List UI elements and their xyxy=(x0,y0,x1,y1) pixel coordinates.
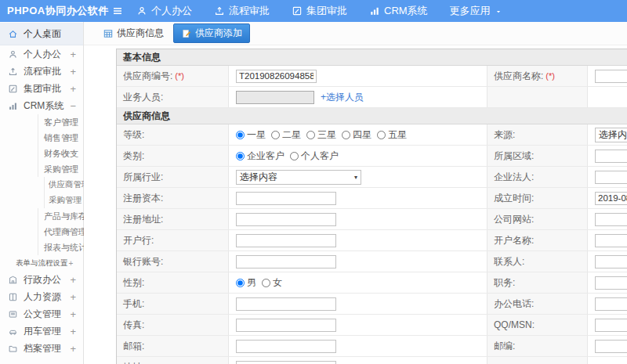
source-select[interactable]: 选择内容▾ xyxy=(595,128,627,142)
form-label: 开户名称: xyxy=(494,234,534,247)
expand-plus-icon[interactable]: + xyxy=(65,226,71,237)
nav-item-group-approval[interactable]: 集团审批 xyxy=(292,4,347,18)
qq-msn-input[interactable] xyxy=(595,319,627,332)
industry-select[interactable]: 选择内容▾ xyxy=(236,170,361,185)
expand-plus-icon[interactable]: + xyxy=(70,274,76,286)
sidebar-item-personal-desktop[interactable]: 个人桌面 xyxy=(0,23,83,45)
expand-plus-icon[interactable]: + xyxy=(65,211,71,222)
expand-plus-icon[interactable]: + xyxy=(65,117,71,128)
expand-plus-icon[interactable]: + xyxy=(70,308,76,320)
form-value-cell xyxy=(229,251,487,272)
choose-person-link[interactable]: +选择人员 xyxy=(321,91,364,104)
address-input[interactable] xyxy=(236,361,336,364)
bank-input[interactable] xyxy=(236,234,336,247)
form-value-cell xyxy=(588,209,627,229)
level-radio-2[interactable]: 三星 xyxy=(306,128,336,142)
sidebar-item-archive-mgmt[interactable]: 档案管理+ xyxy=(0,340,83,357)
sidebar-item-crm-system[interactable]: CRM系统− xyxy=(0,97,83,114)
sidebar-item-document-mgmt[interactable]: 公文管理+ xyxy=(0,305,83,323)
office-phone-input[interactable] xyxy=(595,297,627,311)
form-label-cell: 性别: xyxy=(117,272,229,293)
collapse-minus-icon[interactable]: − xyxy=(70,100,76,112)
category-radio-1[interactable]: 个人客户 xyxy=(290,150,339,163)
form-label-cell: 联系人: xyxy=(487,251,588,272)
sidebar-item-agent-mgmt[interactable]: 代理商管理+ xyxy=(0,224,83,240)
supplier-code-input[interactable] xyxy=(236,70,317,83)
form-label: 联系人: xyxy=(494,255,524,268)
level-radio-1[interactable]: 二星 xyxy=(271,128,301,142)
bank-account-input[interactable] xyxy=(236,255,336,268)
sidebar-item-customer-mgmt[interactable]: 客户管理+ xyxy=(0,114,83,130)
hamburger-icon[interactable] xyxy=(111,5,124,17)
expand-plus-icon[interactable]: + xyxy=(70,343,76,355)
sidebar-item-purchasing[interactable]: 采购管理 xyxy=(0,193,83,208)
sidebar-item-workflow-approval[interactable]: 流程审批+ xyxy=(0,63,83,80)
registered-address-input[interactable] xyxy=(236,213,336,226)
level-radio-input[interactable] xyxy=(306,131,315,139)
sidebar-item-supplier-mgmt[interactable]: 供应商管理 xyxy=(0,177,83,193)
tab-supplier-info[interactable]: 供应商信息 xyxy=(103,27,164,40)
nav-item-personal-office[interactable]: 个人办公 xyxy=(136,4,192,18)
form-value-cell: 选择内容▾ xyxy=(229,167,487,187)
sidebar-item-purchase-mgmt[interactable]: 采购管理− xyxy=(0,161,83,177)
form-label: 供应商编号: xyxy=(123,70,172,83)
sidebar-item-human-resources[interactable]: 人力资源+ xyxy=(0,288,83,305)
level-radio-0[interactable]: 一星 xyxy=(236,128,266,142)
sidebar-item-reports-stats[interactable]: 报表与统计 xyxy=(0,240,83,255)
account-name-input[interactable] xyxy=(595,234,627,247)
expand-plus-icon[interactable]: + xyxy=(65,148,71,159)
gender-radio-input[interactable] xyxy=(262,279,270,287)
supplier-name-input[interactable] xyxy=(595,70,627,83)
tab-supplier-add[interactable]: 供应商添加 xyxy=(173,23,250,43)
registered-capital-input[interactable] xyxy=(236,192,336,205)
sidebar-item-admin-office[interactable]: 行政办公+ xyxy=(0,271,83,288)
level-radio-input[interactable] xyxy=(377,131,386,139)
gender-radio-input[interactable] xyxy=(236,279,245,287)
category-radio-input[interactable] xyxy=(236,152,245,160)
expand-plus-icon[interactable]: + xyxy=(70,83,76,95)
expand-plus-icon[interactable]: + xyxy=(70,49,76,60)
sidebar-item-label: 客户管理 xyxy=(44,117,78,128)
email-input[interactable] xyxy=(236,340,336,353)
sidebar-item-vehicle-mgmt[interactable]: 用车管理+ xyxy=(0,323,83,340)
expand-plus-icon[interactable]: + xyxy=(69,259,74,268)
sidebar-item-group-approval[interactable]: 集团审批+ xyxy=(0,80,83,97)
position-input[interactable] xyxy=(595,276,627,290)
navbar-menu: 个人办公流程审批集团审批CRM系统更多应用 xyxy=(136,4,502,18)
sidebar-item-form-flow-settings[interactable]: 表单与流程设置+ xyxy=(0,255,83,271)
gender-radio-0[interactable]: 男 xyxy=(236,276,256,290)
table-icon xyxy=(103,28,114,39)
sidebar-item-product-inventory[interactable]: 产品与库存+ xyxy=(0,208,83,224)
form-row: 等级:一星二星三星四星五星来源:选择内容▾ xyxy=(117,124,627,146)
level-radio-input[interactable] xyxy=(342,131,350,139)
fax-input[interactable] xyxy=(236,319,336,332)
contact-person-input[interactable] xyxy=(595,255,627,268)
founding-date-input[interactable] xyxy=(595,192,627,205)
sidebar-item-finance-income[interactable]: 财务收支+ xyxy=(0,146,83,161)
level-radio-4[interactable]: 五星 xyxy=(377,128,407,142)
category-radio-0[interactable]: 企业客户 xyxy=(236,150,285,163)
collapse-minus-icon[interactable]: − xyxy=(65,164,71,175)
nav-item-workflow-approval[interactable]: 流程审批 xyxy=(214,4,270,18)
zip-code-input[interactable] xyxy=(595,340,627,353)
nav-item-more-apps[interactable]: 更多应用 xyxy=(450,4,502,18)
level-radio-3[interactable]: 四星 xyxy=(342,128,371,142)
sales-person-input[interactable] xyxy=(236,91,314,104)
website-input[interactable] xyxy=(595,213,627,226)
level-radio-input[interactable] xyxy=(236,131,245,139)
expand-plus-icon[interactable]: + xyxy=(70,66,76,77)
mobile-input[interactable] xyxy=(236,297,336,311)
form-label: 所属行业: xyxy=(123,171,163,184)
gender-radio-1[interactable]: 女 xyxy=(262,276,282,290)
form-value-cell xyxy=(588,146,627,166)
expand-plus-icon[interactable]: + xyxy=(70,291,76,303)
sidebar-item-personal-office[interactable]: 个人办公+ xyxy=(0,45,83,63)
sidebar-item-sales-mgmt[interactable]: 销售管理+ xyxy=(0,130,83,146)
region-input[interactable] xyxy=(595,150,627,163)
nav-item-crm-system[interactable]: CRM系统 xyxy=(369,4,428,18)
legal-person-input[interactable] xyxy=(595,171,627,184)
expand-plus-icon[interactable]: + xyxy=(70,326,76,337)
level-radio-input[interactable] xyxy=(271,131,280,139)
category-radio-input[interactable] xyxy=(290,152,299,160)
expand-plus-icon[interactable]: + xyxy=(65,132,71,143)
